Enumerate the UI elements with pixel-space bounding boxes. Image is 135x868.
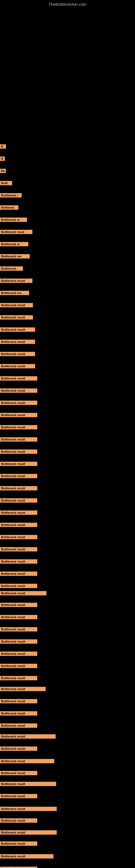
bottleneck-bar-54: Bottleneck result <box>0 781 56 788</box>
bottleneck-bar-15: Bottleneck result <box>0 315 33 321</box>
bottleneck-bar-29: Bottleneck result <box>0 486 37 492</box>
bottleneck-bar-56: Bottleneck result <box>0 806 57 813</box>
bottleneck-bar-25: Bottleneck result <box>0 437 37 443</box>
bottleneck-bar-2: B <box>0 156 5 162</box>
bottleneck-bar-19: Bottleneck result <box>0 364 35 370</box>
bottleneck-bar-46: Bottleneck result <box>0 686 46 693</box>
bottleneck-bar-43: Bottleneck result <box>0 651 37 657</box>
bottleneck-bar-11: Bottleneck <box>0 266 23 272</box>
bottleneck-bar-52: Bottleneck result <box>0 758 54 765</box>
bottleneck-bar-49: Bottleneck result <box>0 723 37 730</box>
bottleneck-bar-1: B <box>0 144 6 150</box>
bottleneck-bar-45: Bottleneck result <box>0 675 37 682</box>
bottleneck-bar-59: Bottleneck result <box>0 841 37 847</box>
bottleneck-bar-6: Bottlenec <box>0 205 18 211</box>
site-title: TheBottlenecker.com <box>0 0 135 9</box>
bottleneck-bar-27: Bottleneck result <box>0 461 37 468</box>
bottleneck-bar-32: Bottleneck result <box>0 522 37 529</box>
bottleneck-bar-33: Bottleneck result <box>0 534 37 541</box>
bottleneck-bar-23: Bottleneck result <box>0 412 37 419</box>
bottleneck-bar-50: Bottleneck result <box>0 734 56 740</box>
bottleneck-bar-55: Bottleneck result <box>0 794 37 800</box>
bottleneck-bar-16: Bottleneck result <box>0 327 35 333</box>
bottleneck-bar-20: Bottleneck result <box>0 376 37 382</box>
bottleneck-bar-24: Bottleneck result <box>0 425 37 431</box>
bottleneck-bar-12: Bottleneck result <box>0 278 32 284</box>
bottleneck-bar-39: Bottleneck result <box>0 602 37 609</box>
bottleneck-bar-7: Bottleneck re <box>0 217 27 223</box>
bottleneck-bar-9: Bottleneck re <box>0 241 28 248</box>
bottleneck-bar-22: Bottleneck result <box>0 400 37 407</box>
bottleneck-bar-3: Bo <box>0 168 6 175</box>
bottleneck-bar-8: Bottleneck resul <box>0 229 32 236</box>
bottleneck-bar-18: Bottleneck result <box>0 351 35 358</box>
bottleneck-bar-42: Bottleneck result <box>0 639 37 645</box>
bottleneck-bar-58: Bottleneck result <box>0 830 57 836</box>
bottleneck-bar-28: Bottleneck result <box>0 473 37 480</box>
bottleneck-bar-44: Bottleneck result <box>0 663 37 670</box>
bottleneck-bar-4: Bottl <box>0 180 12 187</box>
bottleneck-bar-14: Bottleneck result <box>0 303 33 309</box>
bottleneck-bar-17: Bottleneck result <box>0 339 35 346</box>
bottleneck-bar-61: Bottleneck result <box>0 866 37 868</box>
bottleneck-bar-13: Bottleneck res <box>0 290 29 297</box>
bottleneck-bar-53: Bottleneck result <box>0 770 37 777</box>
bottleneck-bar-57: Bottleneck result <box>0 818 37 824</box>
bottleneck-bar-21: Bottleneck result <box>0 388 37 394</box>
bottleneck-bar-36: Bottleneck result <box>0 571 37 578</box>
bottleneck-bar-51: Bottleneck result <box>0 746 37 752</box>
bottleneck-bar-30: Bottleneck result <box>0 498 37 504</box>
bottleneck-bar-38: Bottleneck result <box>0 590 46 597</box>
bottleneck-bar-31: Bottleneck result <box>0 510 37 517</box>
bottleneck-bar-37: Bottleneck result <box>0 583 37 590</box>
bottleneck-bar-34: Bottleneck result <box>0 547 37 553</box>
bottleneck-bar-41: Bottleneck result <box>0 627 37 633</box>
bottleneck-bar-48: Bottleneck result <box>0 711 37 717</box>
bottleneck-bar-5: Bottleneck r <box>0 193 21 199</box>
bottleneck-bar-26: Bottleneck result <box>0 449 37 456</box>
bottleneck-bar-47: Bottleneck result <box>0 699 37 705</box>
bottleneck-bar-60: Bottleneck result <box>0 854 53 860</box>
bottleneck-bar-10: Bottleneck res <box>0 254 30 260</box>
bottleneck-bar-40: Bottleneck result <box>0 614 37 621</box>
bottleneck-bar-35: Bottleneck result <box>0 559 37 565</box>
